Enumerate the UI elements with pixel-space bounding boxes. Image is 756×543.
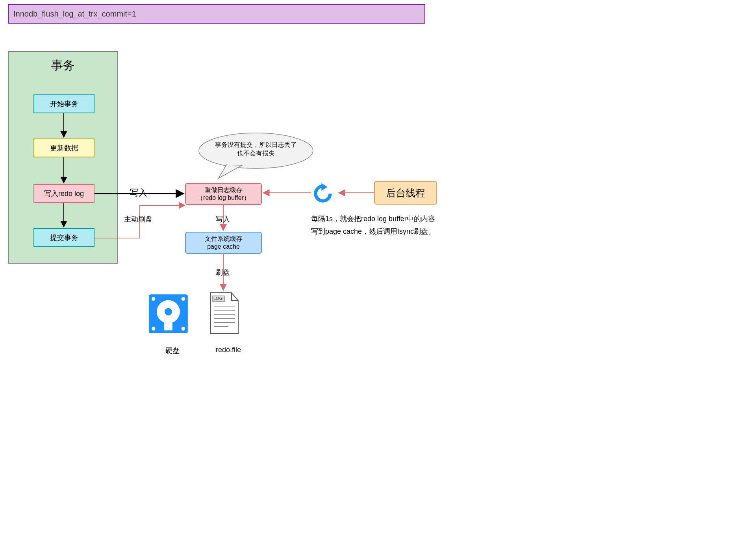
- node-page-cache-l2: page cache: [207, 243, 240, 251]
- bubble-l2: 也不会有损失: [197, 149, 315, 158]
- edge-label-active-flush: 主动刷盘: [124, 214, 152, 224]
- node-buffer-l1: 重做日志缓存: [205, 186, 243, 194]
- svg-point-7: [152, 327, 155, 331]
- header-text: Innodb_flush_log_at_trx_commit=1: [13, 9, 136, 18]
- node-bg-thread-label: 后台线程: [386, 187, 425, 199]
- node-buffer: 重做日志缓存 （redo log buffer）: [185, 183, 262, 205]
- svg-rect-9: [164, 322, 172, 331]
- bubble-l1: 事务没有提交，所以日志丢了: [197, 140, 315, 149]
- svg-point-8: [182, 327, 185, 331]
- node-bg-thread: 后台线程: [374, 181, 437, 205]
- bg-note-l1: 每隔1s，就会把redo log buffer中的内容: [311, 212, 476, 225]
- node-commit-label: 提交事务: [50, 233, 78, 242]
- disk-icon: [148, 293, 189, 334]
- svg-marker-1: [321, 183, 328, 191]
- node-page-cache: 文件系统缓存 page cache: [185, 232, 262, 254]
- bg-note-l2: 写到page cache，然后调用fsync刷盘。: [311, 225, 476, 238]
- svg-point-6: [182, 297, 185, 301]
- svg-point-4: [165, 308, 172, 316]
- file-tag: LOG: [213, 296, 222, 301]
- edge-label-flush-disk: 刷盘: [216, 268, 230, 277]
- node-write-redo-label: 写入redo log: [44, 189, 84, 198]
- speech-bubble: 事务没有提交，所以日志丢了 也不会有损失: [197, 132, 315, 171]
- file-icon: LOG: [209, 292, 240, 335]
- cycle-icon: [311, 182, 335, 205]
- file-label: redo.file: [201, 338, 248, 362]
- node-start-tx: 开始事务: [33, 94, 94, 113]
- node-write-redo: 写入redo log: [33, 184, 94, 203]
- header-bar: Innodb_flush_log_at_trx_commit=1: [8, 4, 425, 24]
- tx-container-title: 事务: [51, 57, 75, 74]
- node-start-tx-label: 开始事务: [50, 99, 78, 109]
- node-update: 更新数据: [33, 139, 94, 157]
- bg-note: 每隔1s，就会把redo log buffer中的内容 写到page cache…: [311, 212, 476, 238]
- node-update-label: 更新数据: [50, 143, 78, 153]
- edge-label-write2: 写入: [216, 214, 230, 224]
- edge-label-write: 写入: [130, 187, 147, 199]
- svg-point-5: [152, 297, 155, 301]
- node-commit: 提交事务: [33, 228, 94, 247]
- disk-label: 硬盘: [148, 338, 189, 362]
- node-buffer-l2: （redo log buffer）: [197, 194, 250, 202]
- node-page-cache-l1: 文件系统缓存: [205, 235, 243, 243]
